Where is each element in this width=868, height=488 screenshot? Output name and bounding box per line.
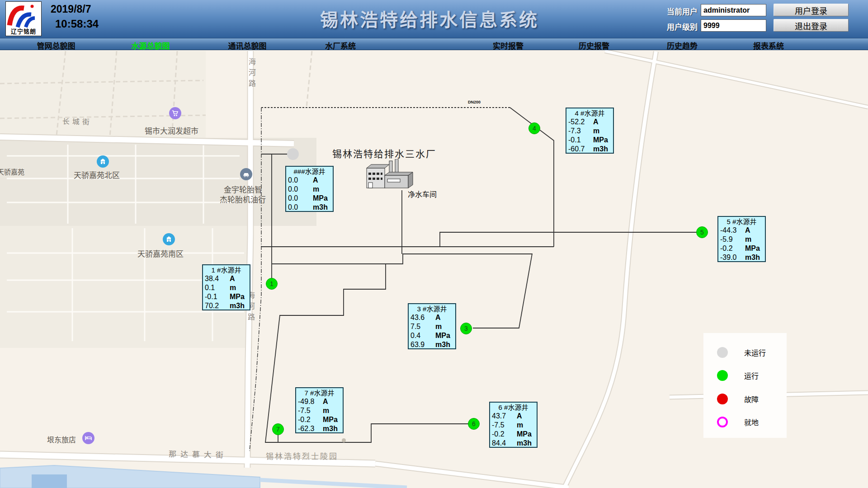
scada-window: 辽宁铭朗 2019/8/7 10:58:34 锡林浩特给排水信息系统 当前用户 … bbox=[0, 0, 868, 488]
local-status-icon bbox=[717, 417, 728, 427]
unit-pressure: MPa bbox=[593, 136, 608, 145]
well-marker-number: 3 bbox=[464, 325, 468, 332]
well-flow: -62.3 bbox=[298, 424, 323, 433]
unit-pressure: MPa bbox=[230, 292, 245, 301]
well-flow: -60.7 bbox=[568, 145, 593, 154]
well-title: 5 #水源井 bbox=[720, 217, 763, 226]
poi-label-hotel: 垠东旅店 bbox=[47, 434, 76, 445]
street-label-changcheng: 长城街 bbox=[62, 115, 93, 127]
current-user-input[interactable] bbox=[701, 4, 766, 16]
tire-shop-car-icon bbox=[240, 168, 252, 180]
well-level: 0.1 bbox=[205, 283, 230, 292]
unit-pressure: MPa bbox=[517, 430, 532, 439]
user-level-input[interactable] bbox=[701, 19, 766, 32]
well-pressure: -0.2 bbox=[492, 430, 517, 439]
well-current: 43.7 bbox=[492, 412, 517, 421]
well-marker-idle[interactable] bbox=[287, 148, 299, 160]
well-level: -7.5 bbox=[492, 421, 517, 430]
well-marker-4[interactable]: 4 bbox=[528, 122, 540, 134]
poi-label-tianjiao-north: 天骄嘉苑北区 bbox=[74, 169, 120, 180]
well-title: 4 #水源井 bbox=[568, 109, 611, 117]
well-marker-7[interactable]: 7 bbox=[272, 423, 284, 435]
nav-comm-overview[interactable]: 通讯总貌图 bbox=[228, 40, 267, 51]
well-pressure: -0.1 bbox=[205, 292, 230, 301]
well-marker-number: 1 bbox=[270, 280, 274, 287]
unit-level: m bbox=[517, 421, 523, 430]
unit-level: m bbox=[323, 406, 329, 415]
well-box-4: 4 #水源井 -52.2A -7.3m -0.1MPa -60.7m3h bbox=[566, 108, 614, 154]
unit-current: A bbox=[230, 274, 235, 283]
fault-status-icon bbox=[717, 394, 728, 404]
unit-flow: m3h bbox=[593, 145, 608, 154]
unit-level: m bbox=[313, 185, 319, 194]
well-pressure: -0.1 bbox=[568, 136, 593, 145]
nav-pipe-overview[interactable]: 管网总貌图 bbox=[37, 40, 75, 51]
well-level: -5.9 bbox=[720, 235, 745, 244]
plant-title: 锡林浩特给排水三水厂 bbox=[332, 146, 436, 160]
pipe-well3-branch bbox=[272, 254, 532, 328]
legend-row-running: 运行 bbox=[717, 370, 759, 381]
nav-history-trend[interactable]: 历史趋势 bbox=[667, 40, 698, 51]
well-pressure: 0.4 bbox=[410, 331, 435, 340]
unit-pressure: MPa bbox=[313, 194, 328, 203]
hotel-bed-icon bbox=[82, 432, 94, 444]
well-title: 7 #水源井 bbox=[298, 389, 341, 397]
well-flow: 0.0 bbox=[288, 203, 313, 212]
poi-label-cemetery: 锡林浩特烈士陵园 bbox=[266, 450, 338, 461]
status-legend: 未运行 运行 故障 就地 bbox=[703, 333, 787, 438]
unit-flow: m3h bbox=[230, 301, 245, 310]
well-current: 43.6 bbox=[410, 313, 435, 322]
well-marker-number: 7 bbox=[276, 426, 280, 433]
nav-realtime-alarm[interactable]: 实时报警 bbox=[493, 40, 524, 51]
well-title: 3 #水源井 bbox=[410, 305, 453, 313]
well-box-7: 7 #水源井 -49.8A -7.5m -0.2MPa -62.3m3h bbox=[295, 387, 344, 433]
map-dot bbox=[342, 438, 346, 442]
unit-current: A bbox=[745, 226, 750, 235]
legend-row-local: 就地 bbox=[717, 417, 759, 427]
login-button[interactable]: 用户登录 bbox=[774, 4, 849, 16]
poi-label-tianjiao: 天骄嘉苑 bbox=[0, 167, 24, 176]
company-logo: 辽宁铭朗 bbox=[5, 1, 42, 36]
unit-level: m bbox=[593, 127, 599, 136]
well-marker-3[interactable]: 3 bbox=[460, 323, 472, 334]
legend-label: 就地 bbox=[744, 417, 759, 427]
datetime: 2019/8/7 10:58:34 bbox=[51, 3, 99, 30]
district-north-building-icon bbox=[97, 155, 109, 168]
unit-pressure: MPa bbox=[435, 331, 450, 340]
well-level: -7.3 bbox=[568, 127, 593, 136]
unit-current: A bbox=[435, 313, 441, 322]
plant-boundary-line bbox=[250, 108, 261, 451]
unit-flow: m3h bbox=[517, 439, 532, 448]
well-marker-1[interactable]: 1 bbox=[266, 278, 278, 290]
unit-pressure: MPa bbox=[323, 415, 338, 424]
legend-row-stopped: 未运行 bbox=[717, 347, 766, 358]
well-marker-6[interactable]: 6 bbox=[468, 418, 480, 430]
nav-report-system[interactable]: 报表系统 bbox=[753, 40, 784, 51]
unit-flow: m3h bbox=[313, 203, 328, 212]
current-user-label: 当前用户 bbox=[667, 5, 698, 17]
nav-water-source-overview[interactable]: 水源总貌图 bbox=[132, 40, 170, 51]
well-pressure: 0.0 bbox=[288, 194, 313, 203]
poi-label-tianjiao-south: 天骄嘉苑南区 bbox=[137, 248, 184, 259]
well-current: 0.0 bbox=[288, 176, 313, 185]
user-level-label: 用户级别 bbox=[667, 21, 698, 32]
well-title: ###水源井 bbox=[288, 167, 331, 176]
unit-flow: m3h bbox=[435, 340, 450, 349]
well-box-3: 3 #水源井 43.6A 7.5m 0.4MPa 63.9m3h bbox=[408, 303, 456, 349]
well-title: 6 #水源井 bbox=[492, 403, 535, 412]
well-flow: 84.4 bbox=[492, 439, 517, 448]
well-current: -52.2 bbox=[568, 117, 593, 127]
well-marker-5[interactable]: 5 bbox=[696, 226, 708, 238]
unit-current: A bbox=[313, 176, 318, 185]
unit-current: A bbox=[517, 412, 522, 421]
well-flow: 63.9 bbox=[410, 340, 435, 349]
unit-flow: m3h bbox=[745, 253, 760, 262]
well-level: 0.0 bbox=[288, 185, 313, 194]
nav-history-alarm[interactable]: 历史报警 bbox=[579, 40, 609, 51]
nav-plant-system[interactable]: 水厂系统 bbox=[325, 40, 356, 51]
logout-button[interactable]: 退出登录 bbox=[774, 19, 849, 32]
logo-icon bbox=[6, 2, 41, 29]
unit-current: A bbox=[323, 397, 328, 406]
well-pressure: -0.2 bbox=[720, 244, 745, 253]
main-nav: 管网总貌图 水源总貌图 通讯总貌图 水厂系统 实时报警 历史报警 历史趋势 报表… bbox=[0, 38, 868, 50]
